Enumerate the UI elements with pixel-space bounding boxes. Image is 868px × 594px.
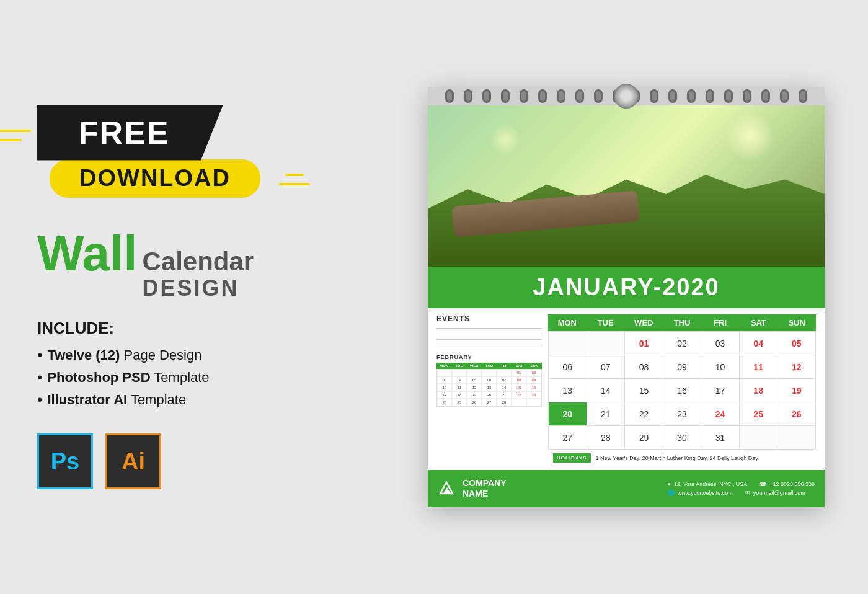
download-text: DOWNLOAD <box>79 165 231 192</box>
spiral-coil <box>538 89 547 103</box>
badge-yellow-bg: DOWNLOAD <box>50 159 260 198</box>
title-design: DESIGN <box>142 276 254 301</box>
page-title: Wall Calendar DESIGN <box>37 229 397 301</box>
spiral-coil <box>575 89 584 103</box>
title-wall: Wall <box>37 229 137 278</box>
left-panel: FREE DOWNLOAD Wall Calendar DESIGN INCLU… <box>37 105 397 490</box>
left-column: EVENTS FEBRUARY MON TUE WED THU FRI SAT … <box>436 314 542 465</box>
event-line <box>436 328 542 329</box>
spiral-hook <box>614 84 639 109</box>
photo-bokeh <box>725 112 775 161</box>
photo-bokeh2 <box>490 124 521 155</box>
feb-label: FEBRUARY <box>436 354 542 360</box>
holidays-text: 1 New Year's Day, 20 Martin Luther King … <box>596 455 758 461</box>
contact-row-top: ● 12, Your Address, NYC , USA ☎ +12 0023… <box>668 481 815 487</box>
month-header: JANUARY-2020 <box>428 267 825 308</box>
phone-icon: ☎ <box>760 481 766 487</box>
calendar-photo <box>428 105 825 267</box>
spiral-coil <box>743 89 751 103</box>
main-grid: MON TUE WED THU FRI SAT SUN 01 02 03 04 <box>548 314 816 465</box>
grid-header: MON TUE WED THU FRI SAT SUN <box>548 314 816 331</box>
web-icon: 🌐 <box>668 490 675 496</box>
spiral-coil <box>594 89 603 103</box>
spiral-coil <box>724 89 733 103</box>
spiral-coil <box>706 89 714 103</box>
spiral-coil <box>799 89 807 103</box>
spiral-coil <box>520 89 528 103</box>
calendar-body: EVENTS FEBRUARY MON TUE WED THU FRI SAT … <box>428 308 825 470</box>
include-section: INCLUDE: Twelve (12) Page Design Photosh… <box>37 319 397 409</box>
dash-decoration <box>285 174 304 176</box>
illustrator-icon: Ai <box>105 433 161 489</box>
mini-grid: 01 02 03 04 05 06 07 08 09 10 11 12 <box>436 369 542 407</box>
grid-body: 01 02 03 04 05 06 07 08 09 10 11 12 13 1… <box>548 331 816 450</box>
address-item: ● 12, Your Address, NYC , USA <box>668 481 748 487</box>
mini-calendar: MON TUE WED THU FRI SAT SUN <box>436 363 542 407</box>
free-text: FREE <box>79 114 182 151</box>
spiral-coil <box>761 89 770 103</box>
software-icons-row: Ps Ai <box>37 433 397 489</box>
event-line <box>436 345 542 345</box>
footer-contact: ● 12, Your Address, NYC , USA ☎ +12 0023… <box>668 481 815 496</box>
spiral-coil <box>687 89 696 103</box>
holidays-row: HOLIDAYS 1 New Year's Day, 20 Martin Lut… <box>548 451 816 465</box>
dash-decoration <box>279 183 310 185</box>
spiral-coil <box>464 89 472 103</box>
mini-header: MON TUE WED THU FRI SAT SUN <box>436 363 542 369</box>
events-label: EVENTS <box>436 314 542 323</box>
include-heading: INCLUDE: <box>37 319 397 338</box>
spiral-coil <box>650 89 658 103</box>
free-download-badge: FREE DOWNLOAD <box>37 105 273 204</box>
photoshop-icon: Ps <box>37 433 93 489</box>
email-icon: ✉ <box>745 490 750 496</box>
title-subtitle: Calendar DESIGN <box>142 247 254 301</box>
dash-decoration <box>0 139 22 141</box>
email-item: ✉ yourmail@gmail.com <box>745 490 805 496</box>
list-item: Photoshop PSD Template <box>37 369 397 386</box>
location-icon: ● <box>668 481 671 487</box>
dash-decoration <box>0 130 31 132</box>
company-name: COMPANYNAME <box>463 478 507 499</box>
calendar-footer: COMPANYNAME ● 12, Your Address, NYC , US… <box>428 470 825 507</box>
phone-item: ☎ +12 0023 656 239 <box>760 481 815 487</box>
holidays-badge: HOLIDAYS <box>553 453 591 463</box>
spiral-coil <box>445 89 454 103</box>
calendar-card: JANUARY-2020 EVENTS FEBRUARY MON TUE WED… <box>428 87 825 507</box>
website-item: 🌐 www.yourwebsite.com <box>668 490 733 496</box>
spiral-coil <box>501 89 510 103</box>
spiral-coil <box>668 89 677 103</box>
list-item: Twelve (12) Page Design <box>37 347 397 364</box>
spiral-coil <box>780 89 789 103</box>
list-item: Illustrator AI Template <box>37 391 397 409</box>
badge-black-bg: FREE <box>37 105 223 161</box>
spiral-binding <box>428 87 825 105</box>
contact-row-bottom: 🌐 www.yourwebsite.com ✉ yourmail@gmail.c… <box>668 490 815 496</box>
include-list: Twelve (12) Page Design Photoshop PSD Te… <box>37 347 397 409</box>
title-calendar: Calendar <box>142 247 254 276</box>
company-logo: COMPANYNAME <box>438 477 507 500</box>
event-line <box>436 334 542 334</box>
event-line <box>436 339 542 340</box>
logo-icon <box>438 477 456 500</box>
right-panel: JANUARY-2020 EVENTS FEBRUARY MON TUE WED… <box>422 87 831 507</box>
spiral-coil <box>557 89 565 103</box>
spiral-coil <box>482 89 491 103</box>
